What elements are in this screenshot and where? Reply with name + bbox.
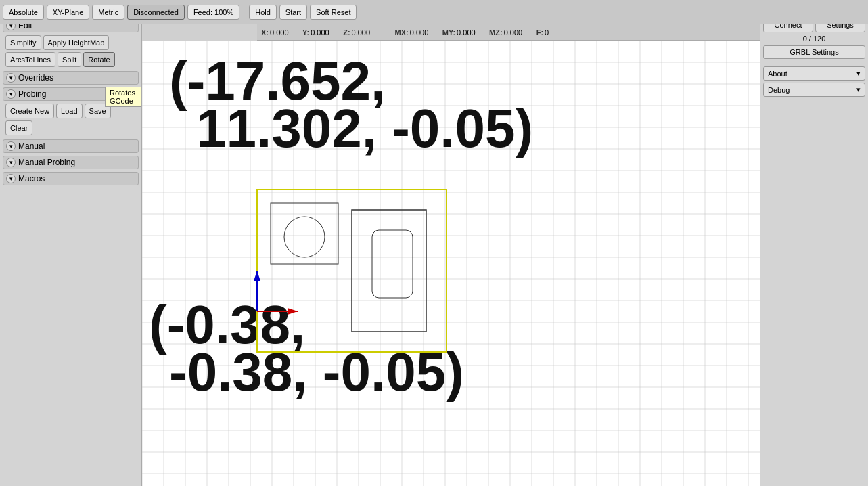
f-label: F:: [536, 28, 543, 37]
mz-coord: MZ: 0.000: [489, 28, 531, 37]
hold-button[interactable]: Hold: [249, 5, 277, 20]
x-value: 0.000: [270, 28, 297, 37]
counter-display: 0 / 120: [763, 35, 865, 43]
edit-btn-row-1: Simplify Apply HeightMap: [5, 35, 139, 50]
y-label: Y:: [302, 28, 309, 37]
soft-reset-button[interactable]: Soft Reset: [310, 5, 357, 20]
edit-btn-row-2: ArcsToLines Split Rotate: [5, 52, 139, 67]
overrides-chevron-icon: ▾: [6, 73, 16, 83]
coord-bar: X: 0.000 Y: 0.000 Z: 0.000 MX: 0.000 MY:…: [257, 24, 760, 41]
z-value: 0.000: [352, 28, 379, 37]
z-label: Z:: [343, 28, 350, 37]
about-chevron-icon: ▾: [856, 69, 861, 78]
load-button[interactable]: Load: [56, 104, 82, 118]
disconnected-button[interactable]: Disconnected: [127, 5, 185, 20]
x-label: X:: [261, 28, 269, 37]
probing-section-label: Probing: [18, 89, 46, 99]
mx-coord: MX: 0.000: [395, 28, 437, 37]
mz-label: MZ:: [489, 28, 503, 37]
overrides-section-label: Overrides: [18, 73, 53, 83]
arcs-to-lines-button[interactable]: ArcsToLines: [5, 52, 55, 67]
manual-section-header[interactable]: ▾ Manual: [3, 139, 139, 153]
macros-section-header[interactable]: ▾ Macros: [3, 172, 139, 185]
canvas-area[interactable]: (-17.652, 11.302, -0.05) (-0.38, -0.38, …: [142, 41, 760, 486]
f-value: 0: [545, 28, 572, 37]
right-panel: Machine ▾ Connect Settings 0 / 120 GRBL …: [760, 0, 868, 486]
debug-chevron-icon: ▾: [856, 85, 861, 94]
apply-heightmap-button[interactable]: Apply HeightMap: [43, 35, 110, 50]
manual-section-label: Manual: [18, 141, 45, 151]
my-value: 0.000: [457, 28, 484, 37]
top-toolbar: Absolute XY-Plane Metric Disconnected Fe…: [0, 0, 868, 24]
about-label: About: [768, 70, 787, 78]
edit-section-content: Simplify Apply HeightMap ArcsToLines Spl…: [3, 35, 139, 67]
save-button[interactable]: Save: [85, 104, 111, 118]
mx-label: MX:: [395, 28, 409, 37]
clear-button[interactable]: Clear: [5, 120, 32, 135]
manual-chevron-icon: ▾: [6, 141, 16, 151]
my-label: MY:: [442, 28, 455, 37]
my-coord: MY: 0.000: [442, 28, 484, 37]
y-value: 0.000: [311, 28, 338, 37]
probing-chevron-icon: ▾: [6, 89, 16, 99]
metric-button[interactable]: Metric: [92, 5, 124, 20]
feed-button[interactable]: Feed: 100%: [187, 5, 239, 20]
probing-section-content: Create New Load Save Clear: [3, 104, 139, 135]
manual-probing-section-label: Manual Probing: [18, 158, 75, 167]
f-coord: F: 0: [536, 28, 572, 37]
grid-canvas: [142, 41, 760, 486]
absolute-button[interactable]: Absolute: [3, 5, 44, 20]
macros-section-label: Macros: [18, 174, 45, 183]
debug-label: Debug: [768, 86, 790, 94]
create-new-button[interactable]: Create New: [5, 104, 54, 118]
xy-plane-button[interactable]: XY-Plane: [47, 5, 89, 20]
start-button[interactable]: Start: [279, 5, 307, 20]
grbl-settings-button[interactable]: GRBL Settings: [763, 45, 865, 59]
split-button[interactable]: Split: [58, 52, 81, 67]
debug-expand-button[interactable]: Debug ▾: [763, 83, 865, 97]
mz-value: 0.000: [504, 28, 531, 37]
left-panel: ▾ File ▾ Edit Simplify Apply HeightMap A…: [0, 0, 142, 486]
probing-section-header[interactable]: ▾ Probing: [3, 87, 139, 101]
z-coord: Z: 0.000: [343, 28, 378, 37]
simplify-button[interactable]: Simplify: [5, 35, 41, 50]
mx-value: 0.000: [410, 28, 437, 37]
overrides-section-header[interactable]: ▾ Overrides: [3, 71, 139, 85]
rotate-button[interactable]: Rotate: [83, 52, 114, 67]
manual-probing-section-header[interactable]: ▾ Manual Probing: [3, 156, 139, 169]
about-expand-button[interactable]: About ▾: [763, 66, 865, 81]
probing-btn-row: Create New Load Save Clear: [5, 104, 139, 135]
x-coord: X: 0.000: [261, 28, 297, 37]
y-coord: Y: 0.000: [302, 28, 338, 37]
macros-chevron-icon: ▾: [6, 174, 16, 183]
manual-probing-chevron-icon: ▾: [6, 158, 16, 167]
